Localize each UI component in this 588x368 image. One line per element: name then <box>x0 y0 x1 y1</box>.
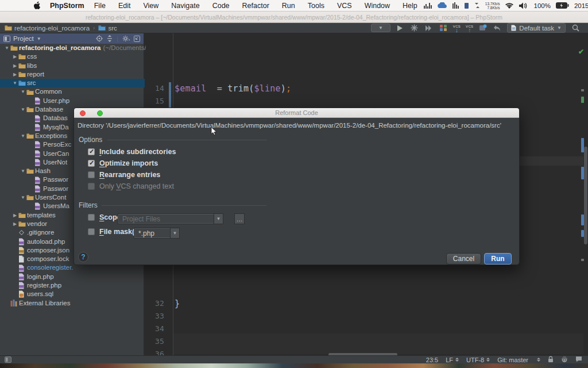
vcs-history-icon[interactable] <box>478 24 488 33</box>
tree-toggle-icon[interactable]: ▼ <box>20 167 26 175</box>
istat-cloud-icon[interactable] <box>437 2 447 9</box>
zoom-window-icon[interactable] <box>97 110 103 116</box>
inspections-ok-icon[interactable]: ✔ <box>578 48 586 55</box>
tree-item-login.php[interactable]: login.php <box>0 273 145 281</box>
menu-code[interactable]: Code <box>206 2 236 10</box>
close-window-icon[interactable] <box>80 110 86 116</box>
code-line-35[interactable]: 35 <box>146 335 582 348</box>
scope-combo[interactable]: Project Files ▼ <box>118 213 223 224</box>
branch-selector-icon[interactable] <box>536 358 540 362</box>
scope-checkbox[interactable] <box>88 214 95 221</box>
caret-position-widget[interactable]: 23:5 <box>426 356 438 363</box>
line-separator-widget[interactable]: LF <box>446 356 459 363</box>
istat-mem-icon[interactable] <box>452 2 459 9</box>
line-number[interactable]: 15 <box>146 95 169 108</box>
debug-icon[interactable] <box>410 24 419 33</box>
default-task-combo[interactable]: Default task ▼ <box>507 23 566 33</box>
tree-item-refactoring-eloi_rocamora[interactable]: ▼refactoring-eloi_rocamora(~/Documents/V… <box>0 44 145 52</box>
file-mask-combo[interactable]: *.php ▼ <box>134 228 180 239</box>
scope-combo-arrow-icon[interactable]: ▼ <box>214 214 223 224</box>
tree-toggle-icon[interactable]: ▼ <box>20 105 26 114</box>
file-mask-checkbox[interactable] <box>88 228 95 235</box>
menu-window[interactable]: Window <box>358 2 396 10</box>
tree-toggle-icon[interactable]: ▶ <box>11 211 18 220</box>
tree-item-src[interactable]: ▼src <box>0 79 145 87</box>
code-line-34[interactable]: 34 <box>146 323 582 335</box>
menu-navigate[interactable]: Navigate <box>165 2 206 10</box>
tree-item-css[interactable]: ▶css <box>0 52 145 61</box>
window-title-bar[interactable]: refactoring-eloi_rocamora – [~/Documents… <box>0 12 588 23</box>
tree-toggle-icon[interactable]: ▶ <box>11 62 18 70</box>
istat-cpu-icon[interactable] <box>424 2 432 9</box>
menu-run[interactable]: Run <box>276 2 301 10</box>
project-panel-header[interactable]: Project ▼ | <box>0 33 144 44</box>
tree-toggle-icon[interactable]: ▼ <box>11 79 18 87</box>
tree-item-libs[interactable]: ▶libs <box>0 62 145 70</box>
battery-percent[interactable]: 100% <box>533 2 550 9</box>
locate-icon[interactable] <box>96 35 103 42</box>
help-button[interactable]: ? <box>78 252 88 262</box>
profiler-icon[interactable] <box>439 24 448 33</box>
checkbox-include-subdirectories[interactable] <box>88 148 95 155</box>
collapse-all-icon[interactable] <box>107 35 113 42</box>
checkbox-optimize-imports[interactable] <box>88 160 95 167</box>
tree-item-users.sql[interactable]: users.sql <box>0 290 145 298</box>
lock-icon[interactable] <box>548 356 554 364</box>
tree-toggle-icon[interactable]: ▼ <box>20 87 26 96</box>
menu-file[interactable]: File <box>88 2 112 10</box>
checkbox-rearrange-entries[interactable] <box>88 171 95 178</box>
dialog-title-bar[interactable]: Reformat Code <box>74 108 519 118</box>
code-line-32[interactable]: 32} <box>146 297 582 310</box>
tree-toggle-icon[interactable]: ▶ <box>11 52 18 61</box>
project-panel-dropdown-icon[interactable]: ▼ <box>37 36 41 41</box>
gear-icon[interactable] <box>122 35 130 42</box>
istat-net-icon[interactable] <box>474 2 480 9</box>
coverage-icon[interactable] <box>424 24 434 33</box>
network-speeds[interactable]: 13.7Kb/s7.8Kb/s <box>485 2 500 10</box>
menu-tools[interactable]: Tools <box>301 2 331 10</box>
toolwindow-switcher-icon[interactable] <box>0 356 11 363</box>
run-configuration-combo[interactable]: ▼ <box>371 24 390 32</box>
vertical-scrollbar[interactable] <box>584 147 587 244</box>
line-number[interactable]: 14 <box>146 82 169 95</box>
wifi-icon[interactable] <box>505 2 514 9</box>
tree-toggle-icon[interactable]: ▶ <box>11 220 18 228</box>
search-icon[interactable] <box>571 24 580 33</box>
battery-icon[interactable] <box>556 2 569 9</box>
code-line-33[interactable]: 33 <box>146 310 582 323</box>
tree-toggle-icon[interactable]: ▼ <box>20 193 26 202</box>
line-number[interactable]: 34 <box>146 323 169 335</box>
code-line-15[interactable]: 15 <box>146 95 582 108</box>
git-branch-widget[interactable]: Git: master <box>497 356 528 363</box>
menu-help[interactable]: Help <box>396 2 424 10</box>
app-name[interactable]: PhpStorm <box>50 2 84 10</box>
tree-item-report[interactable]: ▶report <box>0 70 145 79</box>
encoding-widget[interactable]: UTF-8 <box>466 356 490 363</box>
tree-item-User.php[interactable]: User.php <box>0 97 145 105</box>
tree-toggle-icon[interactable]: ▼ <box>3 44 10 52</box>
tree-item-register.php[interactable]: register.php <box>0 281 145 290</box>
rollback-icon[interactable] <box>493 24 502 33</box>
tree-toggle-icon[interactable]: ▶ <box>11 70 18 79</box>
vcs-commit-icon[interactable]: VCS↑ <box>466 25 473 32</box>
vcs-update-icon[interactable]: VCS↓ <box>453 25 461 32</box>
code-line-14[interactable]: 14$email = trim($line); <box>146 82 582 95</box>
hector-inspections-icon[interactable] <box>561 356 568 364</box>
menu-refactor[interactable]: Refactor <box>236 2 276 10</box>
event-log-icon[interactable] <box>575 356 582 363</box>
tree-toggle-icon[interactable]: ▼ <box>20 132 26 140</box>
run-icon[interactable] <box>396 24 405 33</box>
file-mask-combo-arrow-icon[interactable]: ▼ <box>170 228 179 238</box>
menu-vcs[interactable]: VCS <box>331 2 358 10</box>
menu-edit[interactable]: Edit <box>112 2 137 10</box>
line-number[interactable]: 33 <box>146 310 169 323</box>
breadcrumb-item-src[interactable]: src <box>98 25 117 32</box>
tree-item-ExternalLibraries[interactable]: External Libraries <box>0 299 145 308</box>
breadcrumb-item-refactoring-eloi_rocamora[interactable]: refactoring-eloi_rocamora <box>5 25 90 32</box>
apple-menu-icon[interactable] <box>33 1 41 10</box>
menubar-datetime[interactable]: 2015 / 8 / 16 · 11:01 <box>574 2 588 9</box>
line-number[interactable]: 35 <box>146 335 169 348</box>
hide-panel-icon[interactable] <box>134 36 140 42</box>
scope-browse-button[interactable]: … <box>234 213 245 224</box>
line-number[interactable]: 32 <box>146 297 169 310</box>
